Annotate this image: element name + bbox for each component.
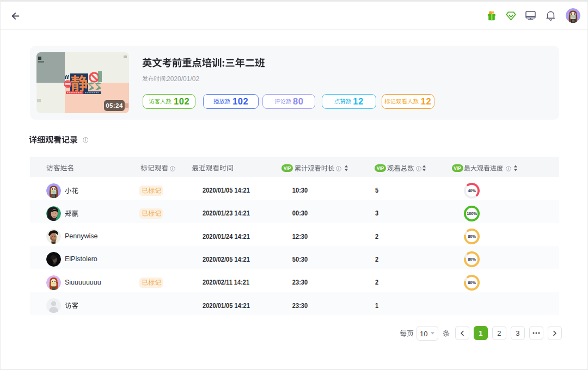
svg-text:100%: 100%	[467, 211, 477, 216]
svg-text:80%: 80%	[468, 280, 476, 285]
svg-text:80%: 80%	[468, 234, 476, 239]
svg-text:80%: 80%	[468, 257, 476, 262]
svg-text:40%: 40%	[468, 188, 476, 193]
